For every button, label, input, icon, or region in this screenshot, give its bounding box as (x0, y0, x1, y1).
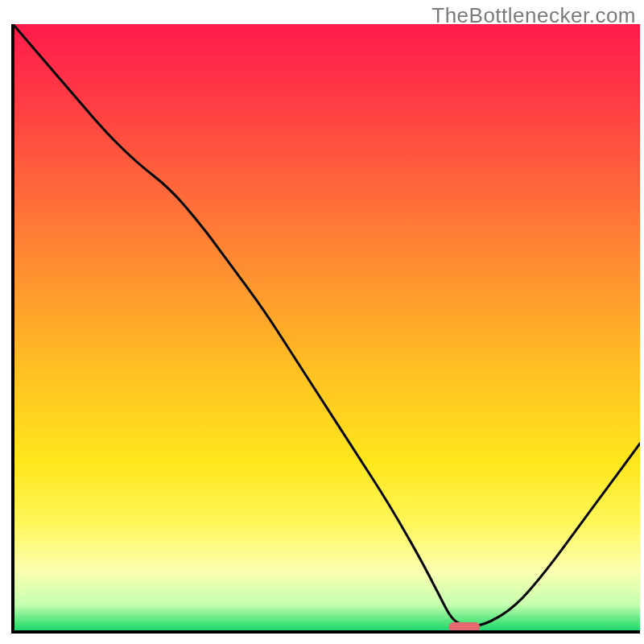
bottleneck-chart (0, 0, 644, 644)
chart-stage: TheBottlenecker.com (0, 0, 644, 644)
gradient-background (13, 24, 640, 632)
